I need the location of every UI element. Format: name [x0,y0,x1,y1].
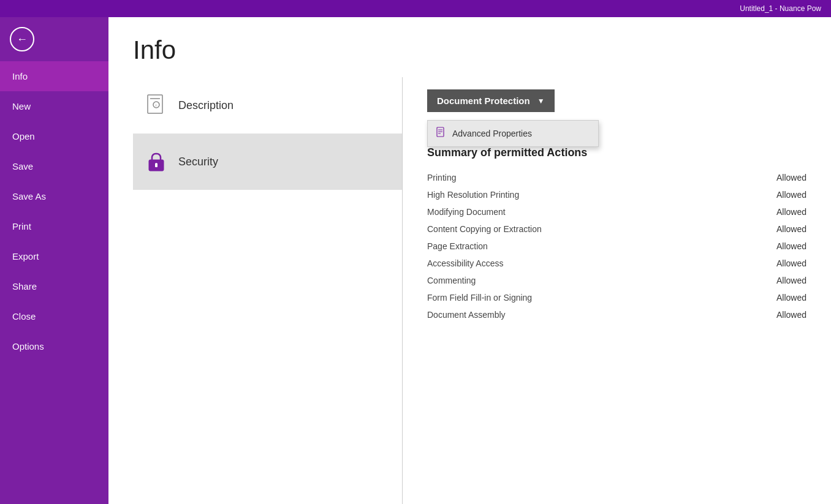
sidebar-item-new[interactable]: New [0,91,108,121]
perm-label: Document Assembly [427,310,506,320]
content-area: i Description Securi [108,77,831,504]
perm-row: Accessibility Access Allowed [427,255,806,272]
perm-row: Content Copying or Extraction Allowed [427,220,806,238]
right-panel: Document Protection ▼ [403,77,831,504]
sidebar-item-open[interactable]: Open [0,121,108,151]
sidebar-item-save[interactable]: Save [0,151,108,181]
perm-label: High Resolution Printing [427,190,519,200]
lock-icon [145,151,167,173]
panel-item-description[interactable]: i Description [133,77,402,134]
sidebar-item-print[interactable]: Print [0,211,108,241]
perm-label: Printing [427,173,456,182]
perm-value: Allowed [776,224,806,234]
perm-value: Allowed [776,276,806,285]
back-button[interactable]: ← [5,22,39,56]
title-bar-text: Untitled_1 - Nuance Pow [740,4,821,13]
perm-label: Page Extraction [427,241,488,251]
perm-value: Allowed [776,173,806,182]
sidebar: ← Info New Open Save Save As Print Expor… [0,17,108,504]
sidebar-item-options[interactable]: Options [0,331,108,361]
doc-properties-icon [436,127,446,140]
perm-row: Page Extraction Allowed [427,238,806,255]
perm-row: Form Field Fill-in or Signing Allowed [427,289,806,306]
perm-row: Commenting Allowed [427,272,806,289]
sidebar-item-save-as[interactable]: Save As [0,181,108,211]
panel-item-security[interactable]: Security [133,134,402,190]
perm-label: Modifying Document [427,207,506,217]
permissions-table: Printing Allowed High Resolution Printin… [427,169,806,323]
perm-value: Allowed [776,258,806,268]
perm-value: Allowed [776,241,806,251]
perm-row: Printing Allowed [427,169,806,186]
page-header: Info [108,17,831,77]
dropdown-menu: Advanced Properties [427,120,599,147]
sidebar-item-share[interactable]: Share [0,271,108,301]
doc-protection-button[interactable]: Document Protection ▼ [427,89,555,112]
description-icon: i [145,94,167,116]
dropdown-arrow-icon: ▼ [537,97,545,105]
summary-title: Summary of permitted Actions [427,146,806,159]
page-title: Info [133,36,806,65]
perm-label: Commenting [427,276,476,285]
title-bar: Untitled_1 - Nuance Pow [0,0,831,17]
svg-point-6 [155,163,157,165]
security-label: Security [178,156,218,168]
perm-row: Modifying Document Allowed [427,203,806,220]
protection-wrapper: Document Protection ▼ [427,89,806,115]
app-body: ← Info New Open Save Save As Print Expor… [0,17,831,504]
perm-value: Allowed [776,310,806,320]
perm-row: High Resolution Printing Allowed [427,186,806,203]
perm-label: Content Copying or Extraction [427,224,542,234]
sidebar-item-close[interactable]: Close [0,301,108,331]
perm-value: Allowed [776,293,806,303]
main-content: Info i Description [108,17,831,504]
perm-value: Allowed [776,207,806,217]
svg-text:i: i [156,103,157,108]
perm-value: Allowed [776,190,806,200]
perm-label: Form Field Fill-in or Signing [427,293,532,303]
left-panel: i Description Securi [108,77,403,504]
description-label: Description [178,99,233,112]
sidebar-item-info[interactable]: Info [0,61,108,91]
advanced-properties-item[interactable]: Advanced Properties [428,121,598,146]
sidebar-item-export[interactable]: Export [0,241,108,271]
perm-row: Document Assembly Allowed [427,306,806,323]
perm-label: Accessibility Access [427,258,503,268]
back-icon: ← [10,27,34,51]
